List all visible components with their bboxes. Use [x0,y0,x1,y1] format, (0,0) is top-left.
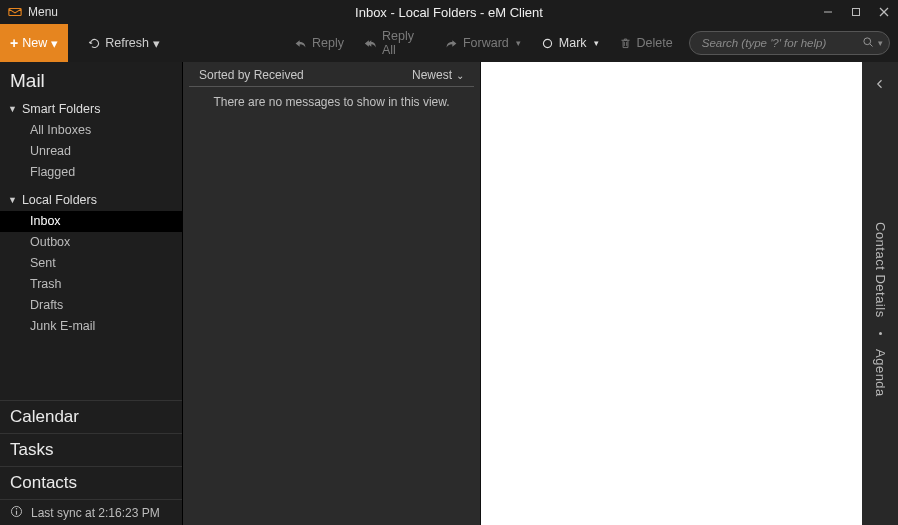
app-logo-icon [8,5,22,19]
chevron-down-icon: ▾ [516,38,521,48]
reply-all-icon [364,37,377,50]
reply-label: Reply [312,36,344,50]
reading-pane [481,62,862,525]
reply-button[interactable]: Reply [286,36,352,50]
minimize-button[interactable] [814,0,842,24]
refresh-label: Refresh [105,36,149,50]
group-local-folders[interactable]: ▼ Local Folders [0,189,182,211]
menu-label: Menu [28,5,58,19]
refresh-icon [88,37,101,50]
status-text: Last sync at 2:16:23 PM [31,506,160,520]
chevron-down-icon: ▾ [153,36,160,51]
group-smart-folders[interactable]: ▼ Smart Folders [0,98,182,120]
new-button-label: New [22,36,47,50]
folder-inbox[interactable]: Inbox [0,211,182,232]
right-rail: Contact Details Agenda [862,62,898,525]
folder-outbox[interactable]: Outbox [0,232,182,253]
folder-junk[interactable]: Junk E-mail [0,316,182,337]
sort-order: Newest [412,68,452,82]
rail-contact-details[interactable]: Contact Details [873,222,888,318]
reply-all-button[interactable]: Reply All [356,29,433,57]
nav-mail[interactable]: Mail [0,62,182,98]
folder-flagged[interactable]: Flagged [0,162,182,183]
reply-icon [294,37,307,50]
svg-point-9 [16,508,17,509]
message-list-pane: Sorted by Received Newest ⌄ There are no… [183,62,481,525]
delete-button[interactable]: Delete [611,36,681,50]
trash-icon [619,37,632,50]
maximize-button[interactable] [842,0,870,24]
mark-label: Mark [559,36,587,50]
svg-line-6 [870,44,873,47]
folder-trash[interactable]: Trash [0,274,182,295]
info-icon [10,505,23,521]
group-label: Smart Folders [22,102,101,116]
rail-agenda[interactable]: Agenda [873,349,888,397]
forward-label: Forward [463,36,509,50]
search-icon[interactable] [862,34,874,52]
toolbar: + New ▾ Refresh ▾ Reply Reply All Forwar… [0,24,898,62]
reply-all-label: Reply All [382,29,425,57]
nav-tasks[interactable]: Tasks [0,433,182,466]
status-bar: Last sync at 2:16:23 PM [0,499,182,525]
chevron-down-icon: ▼ [8,195,17,205]
plus-icon: + [10,35,18,51]
nav-contacts[interactable]: Contacts [0,466,182,499]
chevron-down-icon: ▼ [8,104,17,114]
main-area: Mail ▼ Smart Folders All Inboxes Unread … [0,62,898,525]
window-title: Inbox - Local Folders - eM Client [0,5,898,20]
forward-icon [445,37,458,50]
sort-row[interactable]: Sorted by Received Newest ⌄ [189,62,474,87]
folder-unread[interactable]: Unread [0,141,182,162]
separator-dot [879,332,882,335]
sort-label: Sorted by Received [199,68,304,82]
mark-button[interactable]: Mark ▾ [533,36,607,50]
folder-sent[interactable]: Sent [0,253,182,274]
sidebar: Mail ▼ Smart Folders All Inboxes Unread … [0,62,183,525]
chevron-down-icon[interactable]: ▾ [878,38,883,48]
close-button[interactable] [870,0,898,24]
chevron-down-icon: ▾ [51,36,58,51]
new-button[interactable]: + New ▾ [0,24,68,62]
group-label: Local Folders [22,193,97,207]
empty-message: There are no messages to show in this vi… [183,87,480,117]
menu-button[interactable]: Menu [0,5,58,19]
folder-all-inboxes[interactable]: All Inboxes [0,120,182,141]
mark-icon [541,37,554,50]
search-box[interactable]: ▾ [689,31,890,55]
refresh-button[interactable]: Refresh ▾ [80,36,168,51]
delete-label: Delete [637,36,673,50]
chevron-down-icon: ⌄ [456,70,464,81]
folder-drafts[interactable]: Drafts [0,295,182,316]
svg-point-5 [864,38,871,45]
window-controls [814,0,898,24]
forward-button[interactable]: Forward ▾ [437,36,529,50]
svg-point-4 [543,39,551,47]
nav-calendar[interactable]: Calendar [0,400,182,433]
search-input[interactable] [702,37,862,49]
title-bar: Menu Inbox - Local Folders - eM Client [0,0,898,24]
chevron-down-icon: ▾ [594,38,599,48]
collapse-rail-button[interactable] [874,76,886,94]
svg-rect-1 [853,9,860,16]
